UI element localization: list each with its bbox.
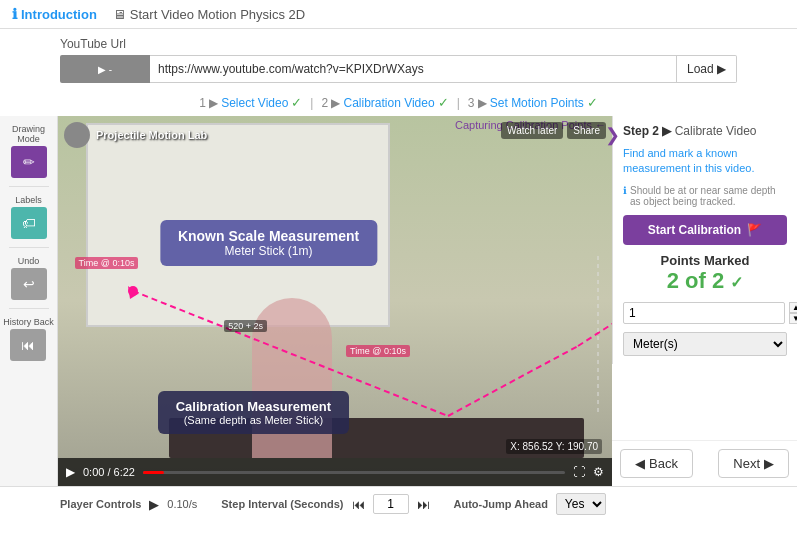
step-1-link[interactable]: Select Video (221, 96, 288, 110)
step-2-title: Step 2 ▶ Calibrate Video (623, 124, 787, 138)
right-panel-content: Step 2 ▶ Calibrate Video ❯ Find and mark… (612, 116, 797, 364)
desc-line-2: in this video. (693, 162, 754, 174)
sidebar-divider-3 (9, 308, 49, 309)
spinners: ▲ ▼ (789, 302, 797, 324)
top-navigation: ℹ Introduction 🖥 Start Video Motion Phys… (0, 0, 797, 29)
share-button[interactable]: Share (567, 122, 606, 139)
next-arrow-icon: ▶ (764, 456, 774, 471)
step-interval-input[interactable] (373, 494, 409, 514)
calib-subtitle: (Same depth as Meter Stick) (176, 414, 331, 426)
load-button[interactable]: Load ▶ (677, 55, 737, 83)
sidebar-divider-1 (9, 186, 49, 187)
undo-label: Undo (18, 256, 40, 266)
channel-name: Projectile Motion Lab (96, 129, 207, 141)
calib-title: Calibration Measurement (176, 399, 331, 414)
spinner-up[interactable]: ▲ (789, 302, 797, 313)
monitor-icon: 🖥 (113, 7, 126, 22)
step-rate: 0.10/s (167, 498, 197, 510)
step-description: Find and mark a known measurement in thi… (623, 146, 787, 177)
history-back-button[interactable]: ⏮ (10, 329, 46, 361)
scale-subtitle: Meter Stick (1m) (178, 244, 359, 258)
video-nav-item[interactable]: 🖥 Start Video Motion Physics 2D (113, 7, 305, 22)
channel-info: Projectile Motion Lab (64, 122, 207, 148)
calibrate-label: Calibrate Video (675, 124, 757, 138)
points-count: 2 of 2 (667, 268, 724, 293)
sidebar: Drawing Mode ✏ Labels 🏷 Undo ↩ History B… (0, 116, 58, 486)
label-icon: 🏷 (22, 215, 36, 231)
undo-icon: ↩ (23, 276, 35, 292)
flag-icon: 🚩 (747, 223, 762, 237)
info-icon: ℹ (12, 6, 17, 22)
step-1-num: 1 ▶ (199, 96, 218, 110)
main-content: Drawing Mode ✏ Labels 🏷 Undo ↩ History B… (0, 116, 797, 486)
scale-title: Known Scale Measurement (178, 228, 359, 244)
back-label: Back (649, 456, 678, 471)
play-pause-button[interactable]: ▶ (66, 465, 75, 479)
unit-select[interactable]: Meter(s) (623, 332, 787, 356)
step-2-link[interactable]: Calibration Video (343, 96, 434, 110)
bottom-play-button[interactable]: ▶ (149, 497, 159, 512)
labels-label: Labels (15, 195, 42, 205)
intro-label: Introduction (21, 7, 97, 22)
video-action-buttons[interactable]: Watch later Share (501, 122, 606, 139)
sidebar-divider-2 (9, 247, 49, 248)
back-arrow-icon: ◀ (635, 456, 645, 471)
settings-button[interactable]: ⚙ (593, 465, 604, 479)
measurement-num: 520 + 2s (224, 320, 267, 332)
video-nav-label: Start Video Motion Physics 2D (130, 7, 305, 22)
progress-fill (143, 471, 164, 474)
next-button[interactable]: Next ▶ (718, 449, 789, 478)
right-panel: Step 2 ▶ Calibrate Video ❯ Find and mark… (612, 116, 797, 486)
drawing-mode-button[interactable]: ✏ (11, 146, 47, 178)
watch-later-button[interactable]: Watch later (501, 122, 563, 139)
step-3-link[interactable]: Set Motion Points (490, 96, 584, 110)
calibration-label: Calibration Measurement (Same depth as M… (158, 391, 349, 434)
undo-button[interactable]: ↩ (11, 268, 47, 300)
nav-button-row: ◀ Back Next ▶ (612, 440, 797, 486)
step-2-check: ✓ (438, 95, 449, 110)
step-2[interactable]: 2 ▶ Calibration Video ✓ (321, 95, 448, 110)
video-area[interactable]: Capturing Calibration Points ← (58, 116, 612, 486)
player-controls-label: Player Controls (60, 498, 141, 510)
url-label: YouTube Url (60, 37, 737, 51)
video-controls: ▶ 0:00 / 6:22 ⛶ ⚙ (58, 458, 612, 486)
labels-button[interactable]: 🏷 (11, 207, 47, 239)
step-interval-section: Step Interval (Seconds) ⏮ ⏭ (221, 494, 429, 514)
spinner-down[interactable]: ▼ (789, 313, 797, 324)
step-2-num: 2 ▶ (321, 96, 340, 110)
timestamp-2: Time @ 0:10s (346, 345, 410, 357)
channel-avatar (64, 122, 90, 148)
points-marked-label: Points Marked (623, 253, 787, 268)
video-frame: Projectile Motion Lab Watch later Share … (58, 116, 612, 486)
pencil-icon: ✏ (23, 154, 35, 170)
url-section: YouTube Url ▶ - Load ▶ (0, 29, 797, 89)
step-sep-2: | (457, 96, 460, 110)
info-small-icon: ℹ (623, 185, 627, 196)
bottom-controls: Player Controls ▶ 0.10/s Step Interval (… (0, 486, 797, 521)
start-calib-label: Start Calibration (648, 223, 741, 237)
step-forward-button[interactable]: ⏭ (417, 497, 430, 512)
measurement-row: ▲ ▼ (623, 302, 787, 324)
should-be-text: Should be at or near same depth as objec… (630, 185, 787, 207)
step-3[interactable]: 3 ▶ Set Motion Points ✓ (468, 95, 598, 110)
auto-jump-select[interactable]: Yes (556, 493, 606, 515)
back-button[interactable]: ◀ Back (620, 449, 693, 478)
yt-icon: ▶ - (98, 64, 112, 75)
url-input[interactable] (150, 55, 677, 83)
start-calibration-button[interactable]: Start Calibration 🚩 (623, 215, 787, 245)
drawing-mode-label: Drawing Mode (0, 124, 57, 144)
history-back-label: History Back (3, 317, 54, 327)
points-marked-section: Points Marked 2 of 2 ✓ (623, 253, 787, 294)
intro-nav-item[interactable]: ℹ Introduction (12, 6, 97, 22)
step-1[interactable]: 1 ▶ Select Video ✓ (199, 95, 302, 110)
check-icon: ✓ (730, 274, 743, 291)
step-back-button[interactable]: ⏮ (352, 497, 365, 512)
points-value: 2 of 2 ✓ (623, 268, 787, 294)
coord-display: X: 856.52 Y: 190.70 (506, 439, 602, 454)
measurement-input[interactable] (623, 302, 785, 324)
scale-label: Known Scale Measurement Meter Stick (1m) (160, 220, 377, 266)
steps-bar: 1 ▶ Select Video ✓ | 2 ▶ Calibration Vid… (0, 89, 797, 116)
should-be-note: ℹ Should be at or near same depth as obj… (623, 185, 787, 207)
progress-bar[interactable] (143, 471, 565, 474)
fullscreen-button[interactable]: ⛶ (573, 465, 585, 479)
